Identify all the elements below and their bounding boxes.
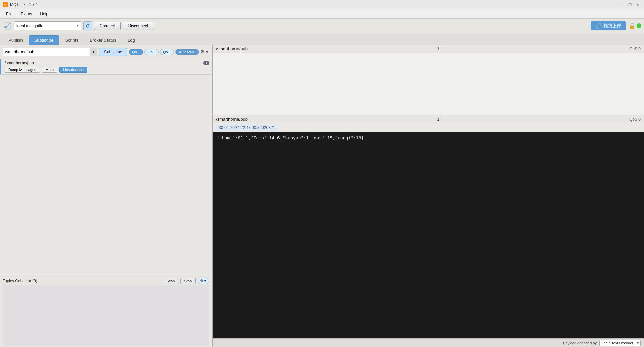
toolbar-right: 🔗 拖拽上传 🔒 bbox=[591, 21, 641, 30]
message-topic-label: /smarthome/pub bbox=[216, 46, 248, 51]
tab-publish[interactable]: Publish bbox=[3, 35, 29, 45]
unsubscribe-button[interactable]: Unsubscribe bbox=[59, 67, 87, 73]
tab-bar: Publish Subscribe Scripts Broker Status … bbox=[0, 33, 644, 45]
title-bar: M MQTT.fx - 1.7.1 — □ ✕ bbox=[0, 0, 644, 9]
tab-scripts[interactable]: Scripts bbox=[59, 35, 84, 45]
autoscroll-button[interactable]: Autoscroll bbox=[175, 49, 199, 55]
message-detail-area: /smarthome/pub 1 QoS 0 30-01-2024 22:47:… bbox=[213, 115, 644, 338]
message-timestamp-row: 30-01-2024 22:47:00.82020321 bbox=[213, 123, 644, 132]
topics-collector-actions: Scan Stop ⚙▼ bbox=[163, 278, 209, 284]
menu-help[interactable]: Help bbox=[37, 11, 52, 17]
dump-messages-button[interactable]: Dump Messages bbox=[5, 67, 40, 73]
subscription-indicator bbox=[0, 59, 1, 74]
detail-qos: QoS 0 bbox=[629, 117, 641, 122]
disconnect-button[interactable]: Disconnect bbox=[123, 22, 154, 30]
tab-subscribe[interactable]: Subscribe bbox=[29, 35, 59, 45]
status-icons: 🔒 bbox=[629, 22, 641, 29]
decoder-wrapper: Plain Text Decoder ▼ bbox=[599, 340, 641, 346]
subscription-topic: /smarthome/pub bbox=[5, 61, 34, 65]
app-icon: M bbox=[3, 2, 8, 7]
message-count-badge: 1 bbox=[437, 47, 440, 51]
subscribe-section: ▼ Subscribe Qo... Qo... Qo... Autoscroll… bbox=[0, 45, 212, 59]
connection-dropdown-arrow: ▼ bbox=[76, 24, 79, 27]
close-button[interactable]: ✕ bbox=[635, 1, 641, 8]
svg-rect-1 bbox=[4, 26, 7, 28]
qos-pill-2[interactable]: Qo... bbox=[160, 49, 174, 55]
main-content: ▼ Subscribe Qo... Qo... Qo... Autoscroll… bbox=[0, 45, 644, 347]
detail-topic: /smarthome/pub bbox=[216, 117, 248, 122]
lock-icon: 🔒 bbox=[629, 22, 635, 29]
detail-count: 1 bbox=[437, 117, 440, 122]
minimize-button[interactable]: — bbox=[618, 1, 625, 8]
status-bar: Payload decoded by Plain Text Decoder ▼ bbox=[213, 338, 644, 347]
subscription-item: /smarthome/pub 1 Dump Messages Mute Unsu… bbox=[0, 59, 212, 75]
tab-log[interactable]: Log bbox=[122, 35, 141, 45]
subscribe-button[interactable]: Subscribe bbox=[99, 48, 127, 56]
collector-settings-icon[interactable]: ⚙▼ bbox=[198, 278, 209, 284]
scan-button[interactable]: Scan bbox=[163, 278, 178, 284]
message-list-area: /smarthome/pub 1 QoS 0 bbox=[213, 45, 644, 115]
maximize-button[interactable]: □ bbox=[627, 1, 633, 8]
subscription-actions: Dump Messages Mute Unsubscribe bbox=[3, 67, 209, 73]
settings-icon[interactable]: ⚙▼ bbox=[200, 49, 209, 55]
title-bar-left: M MQTT.fx - 1.7.1 bbox=[3, 2, 38, 7]
decoder-dropdown[interactable]: Plain Text Decoder bbox=[599, 340, 641, 346]
upload-button[interactable]: 🔗 拖拽上传 bbox=[591, 21, 626, 30]
message-qos-label: QoS 0 bbox=[629, 47, 641, 51]
qos-pill-0[interactable]: Qo... bbox=[129, 49, 143, 55]
window-controls: — □ ✕ bbox=[618, 1, 641, 8]
topic-input[interactable] bbox=[3, 48, 90, 56]
toolbar: local mosquitto ▼ ⚙ Connect Disconnect 🔗… bbox=[0, 19, 644, 33]
qos-controls: Qo... Qo... Qo... Autoscroll ⚙▼ bbox=[129, 49, 209, 55]
connection-status-indicator bbox=[637, 23, 641, 28]
gear-button[interactable]: ⚙ bbox=[83, 21, 92, 30]
topics-collector-title: Topics Collector (0) bbox=[3, 279, 37, 283]
subscriptions-list: /smarthome/pub 1 Dump Messages Mute Unsu… bbox=[0, 59, 212, 275]
tab-broker-status[interactable]: Broker Status bbox=[84, 35, 122, 45]
subscription-item-header: /smarthome/pub 1 bbox=[3, 61, 209, 65]
menu-file[interactable]: File bbox=[3, 11, 16, 17]
topic-dropdown-button[interactable]: ▼ bbox=[90, 48, 97, 56]
title-text: MQTT.fx - 1.7.1 bbox=[10, 2, 38, 7]
menu-bar: File Extras Help bbox=[0, 9, 644, 19]
message-payload-area: {"Humi":81.1,"Temp":14.6,"huoyan":1,"gas… bbox=[213, 132, 644, 338]
topics-collector-content bbox=[3, 285, 209, 346]
connection-dropdown-wrapper: local mosquitto ▼ bbox=[14, 21, 81, 30]
upload-icon: 🔗 bbox=[595, 23, 602, 29]
subscription-badge: 1 bbox=[203, 61, 209, 65]
stop-button[interactable]: Stop bbox=[180, 278, 196, 284]
connect-button[interactable]: Connect bbox=[94, 22, 121, 30]
connection-dropdown[interactable]: local mosquitto ▼ bbox=[14, 21, 81, 30]
profile-icon bbox=[3, 21, 12, 31]
payload-text: {"Humi":81.1,"Temp":14.6,"huoyan":1,"gas… bbox=[217, 135, 640, 140]
topics-collector-header: Topics Collector (0) Scan Stop ⚙▼ bbox=[3, 276, 209, 285]
mute-button[interactable]: Mute bbox=[42, 67, 57, 73]
qos-pill-1[interactable]: Qo... bbox=[144, 49, 159, 55]
menu-extras[interactable]: Extras bbox=[17, 11, 35, 17]
message-detail-header: /smarthome/pub 1 QoS 0 bbox=[213, 115, 644, 123]
right-panel: /smarthome/pub 1 QoS 0 /smarthome/pub 1 … bbox=[213, 45, 644, 347]
left-panel: ▼ Subscribe Qo... Qo... Qo... Autoscroll… bbox=[0, 45, 213, 347]
topics-collector: Topics Collector (0) Scan Stop ⚙▼ bbox=[0, 275, 212, 347]
payload-decoded-by-label: Payload decoded by bbox=[563, 341, 597, 345]
message-header-row: /smarthome/pub 1 QoS 0 bbox=[213, 45, 644, 53]
message-timestamp: 30-01-2024 22:47:00.82020321 bbox=[216, 125, 278, 131]
